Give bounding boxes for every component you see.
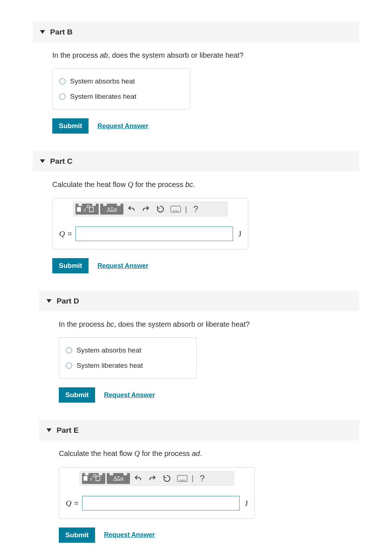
redo-icon[interactable] [146, 473, 159, 484]
separator: | [184, 205, 188, 213]
svg-rect-3 [87, 205, 89, 208]
chevron-down-icon [40, 30, 45, 34]
choice-label: System liberates heat [77, 362, 143, 370]
part-e-header[interactable]: Part E [39, 420, 359, 440]
part-c-prompt: Calculate the heat flow Q for the proces… [52, 179, 340, 190]
separator: | [191, 474, 194, 482]
variable-label: Q = [59, 229, 72, 239]
unit-label: J [243, 498, 248, 508]
equation-toolbar: √ ΑΣφ [73, 202, 228, 216]
request-answer-link[interactable]: Request Answer [104, 531, 155, 539]
svg-rect-6 [96, 476, 100, 481]
part-b-prompt: In the process ab, does the system absor… [52, 50, 340, 60]
radio-icon[interactable] [59, 78, 66, 85]
submit-button[interactable]: Submit [59, 528, 95, 543]
choice-label: System liberates heat [70, 93, 136, 101]
choice-option[interactable]: System liberates heat [59, 89, 183, 104]
greek-button[interactable]: ΑΣφ [100, 204, 123, 215]
templates-button[interactable]: √ [82, 473, 105, 484]
part-e-title: Part E [57, 426, 79, 435]
part-b-header[interactable]: Part B [33, 22, 359, 42]
choice-option[interactable]: System absorbs heat [59, 74, 183, 89]
part-b-choices: System absorbs heat System liberates hea… [52, 68, 190, 110]
svg-text:√: √ [83, 207, 86, 213]
part-e-input-panel: √ ΑΣφ [59, 467, 255, 519]
keyboard-icon[interactable] [175, 473, 189, 484]
templates-button[interactable]: √ [75, 204, 99, 215]
keyboard-icon[interactable] [168, 204, 183, 215]
choice-label: System absorbs heat [70, 77, 135, 85]
part-b-title: Part B [50, 28, 73, 36]
submit-button[interactable]: Submit [59, 387, 95, 403]
svg-rect-4 [83, 476, 87, 481]
redo-icon[interactable] [139, 204, 152, 215]
help-icon[interactable]: ? [189, 204, 202, 215]
part-c-title: Part C [50, 157, 73, 166]
help-icon[interactable]: ? [196, 473, 209, 484]
part-d-choices: System absorbs heat System liberates hea… [59, 337, 197, 379]
svg-rect-7 [94, 474, 96, 477]
reset-icon[interactable] [154, 204, 167, 215]
chevron-down-icon [46, 428, 52, 432]
radio-icon[interactable] [59, 93, 66, 100]
reset-icon[interactable] [160, 473, 173, 484]
submit-button[interactable]: Submit [52, 258, 89, 273]
choice-option[interactable]: System liberates heat [66, 358, 190, 373]
part-d-title: Part D [57, 297, 79, 305]
request-answer-link[interactable]: Request Answer [104, 391, 155, 399]
svg-text:√: √ [90, 476, 93, 482]
part-d-header[interactable]: Part D [39, 291, 359, 311]
answer-input[interactable] [82, 496, 240, 510]
unit-label: J [237, 229, 241, 239]
choice-label: System absorbs heat [77, 346, 141, 354]
submit-button[interactable]: Submit [52, 118, 89, 134]
equation-toolbar: √ ΑΣφ [79, 471, 234, 486]
chevron-down-icon [46, 299, 52, 303]
part-c-input-panel: √ ΑΣφ [52, 198, 248, 249]
radio-icon[interactable] [66, 347, 72, 354]
choice-option[interactable]: System absorbs heat [66, 343, 190, 358]
request-answer-link[interactable]: Request Answer [97, 122, 148, 130]
chevron-down-icon [40, 159, 45, 163]
answer-input[interactable] [75, 227, 233, 241]
svg-rect-2 [89, 207, 93, 212]
svg-rect-0 [77, 207, 81, 212]
undo-icon[interactable] [125, 204, 138, 215]
undo-icon[interactable] [131, 473, 144, 484]
part-e-prompt: Calculate the heat flow Q for the proces… [59, 448, 346, 459]
variable-label: Q = [66, 498, 78, 508]
part-d-prompt: In the process bc, does the system absor… [59, 319, 346, 329]
radio-icon[interactable] [66, 362, 72, 369]
request-answer-link[interactable]: Request Answer [97, 262, 148, 270]
greek-button[interactable]: ΑΣφ [107, 473, 130, 484]
part-c-header[interactable]: Part C [33, 151, 359, 171]
